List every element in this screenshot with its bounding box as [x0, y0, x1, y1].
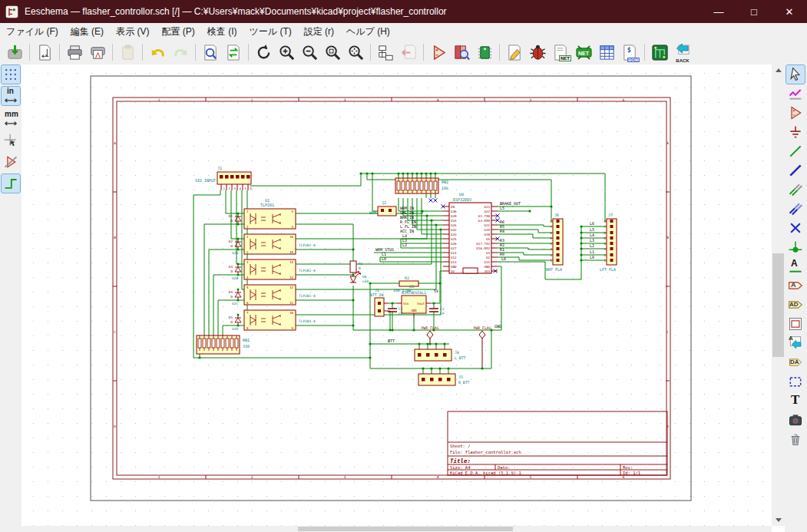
svg-text:G25: G25 — [451, 237, 457, 241]
menu-tools[interactable]: ツール (T) — [243, 24, 297, 40]
menu-view[interactable]: 表示 (V) — [110, 24, 155, 40]
redraw-button[interactable] — [253, 41, 274, 63]
find-replace-button[interactable] — [223, 41, 244, 63]
horizontal-scrollbar[interactable] — [21, 526, 772, 532]
hidden-pins-button[interactable] — [2, 153, 20, 171]
page-settings-button[interactable] — [34, 41, 55, 63]
titleblock-company: KiCad E.D.A. kicad (5.1.9)-1 — [450, 471, 521, 475]
no-connect-flag-tool[interactable] — [786, 219, 805, 237]
left-toolbar: in mm — [0, 64, 21, 532]
find-button[interactable] — [200, 41, 221, 63]
svg-text:12: 12 — [289, 286, 293, 289]
zoom-fit-button[interactable] — [322, 41, 343, 63]
footprint-chip-button[interactable] — [474, 41, 495, 63]
menu-file[interactable]: ファイル (F) — [0, 24, 64, 40]
pcbnew-button[interactable] — [649, 41, 670, 63]
horizontal-scroll-thumb[interactable] — [298, 527, 513, 531]
save-button[interactable] — [4, 41, 25, 63]
net-label: L2 — [402, 243, 407, 247]
highlight-net-tool[interactable] — [786, 84, 805, 103]
svg-text:G39: G39 — [451, 214, 457, 218]
place-power-port-tool[interactable] — [786, 123, 805, 141]
j5-name: R_BTT — [458, 381, 470, 385]
cursor-shape-button[interactable] — [2, 131, 20, 150]
plot-button[interactable] — [87, 41, 108, 63]
c1-ref: C1 — [399, 307, 403, 311]
svg-text:EN: EN — [451, 205, 455, 209]
svg-text:D1: D1 — [229, 214, 233, 218]
menu-help[interactable]: ヘルプ (H) — [340, 24, 396, 40]
svg-text:G14: G14 — [451, 251, 457, 255]
undo-button[interactable] — [147, 41, 168, 63]
redo-button[interactable] — [170, 41, 191, 63]
net-label-tool[interactable]: A — [786, 257, 805, 276]
hierarchy-button[interactable] — [375, 41, 396, 63]
place-bus-tool[interactable] — [786, 161, 805, 180]
back-annotate-button[interactable]: BACK — [672, 41, 693, 63]
sheet-row-ref: D — [666, 425, 669, 428]
pwr-flag-2 — [479, 331, 485, 368]
sheet-row-ref: B — [114, 236, 116, 240]
wire-to-bus-entry-tool[interactable] — [786, 180, 805, 199]
units-mm-button[interactable]: mm — [2, 110, 20, 128]
leave-sheet-button[interactable] — [398, 41, 419, 63]
opto-U2B — [244, 259, 296, 279]
j4-name: L_BTT — [455, 356, 466, 361]
junction-tool[interactable] — [786, 238, 805, 256]
symbol-editor-button[interactable] — [428, 41, 449, 63]
menu-edit[interactable]: 編集 (E) — [64, 24, 110, 40]
close-button[interactable]: ✕ — [772, 0, 807, 23]
titleblock-date: Date: — [498, 465, 511, 470]
sheet-row-ref: C — [114, 330, 116, 334]
library-browser-button[interactable] — [451, 41, 472, 63]
vertical-scroll-thumb[interactable] — [772, 253, 784, 357]
sheet-pin-tool[interactable]: DA — [786, 353, 805, 372]
paste-button[interactable] — [117, 41, 138, 63]
fields-table-button[interactable] — [596, 41, 617, 63]
maximize-button[interactable]: □ — [736, 0, 772, 23]
sheet-col-ref: 1 — [158, 98, 160, 102]
schematic-canvas[interactable]: Sheet: / File: flasher_controllor.sch Ti… — [21, 64, 772, 526]
place-wire-tool[interactable] — [786, 142, 805, 160]
graphic-polyline-tool[interactable] — [786, 372, 805, 391]
d6-led — [350, 272, 361, 283]
vertical-scrollbar[interactable] — [772, 64, 785, 526]
print-button[interactable] — [64, 41, 85, 63]
bom-button[interactable]: BOM — [619, 41, 640, 63]
scroll-up-arrow[interactable] — [772, 64, 785, 76]
hierarchical-label-tool[interactable]: AD — [786, 296, 805, 314]
net-label: L6 — [590, 221, 594, 226]
menu-place[interactable]: 配置 (P) — [155, 24, 200, 40]
hierarchical-sheet-tool[interactable] — [786, 315, 805, 333]
menu-preferences[interactable]: 設定 (r) — [298, 24, 340, 40]
minimize-button[interactable]: — — [701, 0, 736, 23]
annotate-button[interactable] — [504, 41, 525, 63]
text-tool[interactable]: T — [786, 392, 805, 410]
bus-to-bus-entry-tool[interactable] — [786, 200, 805, 218]
svg-text:U2C: U2C — [232, 302, 238, 306]
import-sheet-pin-tool[interactable]: A — [786, 334, 805, 352]
svg-text:G17.TX2: G17.TX2 — [476, 242, 490, 246]
global-label-tool[interactable]: A — [786, 276, 805, 295]
j4-ref: J4 — [455, 351, 459, 355]
net-highlight-button[interactable]: NET — [573, 41, 594, 63]
erc-button[interactable] — [527, 41, 548, 63]
netlist-button[interactable]: NET — [550, 41, 571, 63]
zoom-in-button[interactable] — [276, 41, 297, 63]
j2-name: WRM — [369, 210, 376, 215]
image-tool[interactable] — [786, 411, 805, 429]
c2-ref: C2 — [440, 307, 445, 311]
grid-toggle-button[interactable] — [2, 65, 20, 84]
svg-text:U2D: U2D — [232, 327, 238, 331]
menu-inspect[interactable]: 検査 (I) — [201, 24, 243, 40]
zoom-out-button[interactable] — [299, 41, 320, 63]
u3-pin-gnd: GND — [411, 309, 417, 312]
hv-wires-button[interactable] — [2, 174, 20, 193]
units-inch-button[interactable]: in — [2, 87, 20, 105]
toolbar-separator — [423, 44, 424, 61]
delete-tool[interactable] — [786, 430, 805, 448]
select-cursor-tool[interactable] — [786, 65, 805, 84]
scroll-down-arrow[interactable] — [772, 514, 785, 526]
zoom-sel-button[interactable] — [345, 41, 366, 63]
place-symbol-tool[interactable] — [786, 104, 805, 122]
